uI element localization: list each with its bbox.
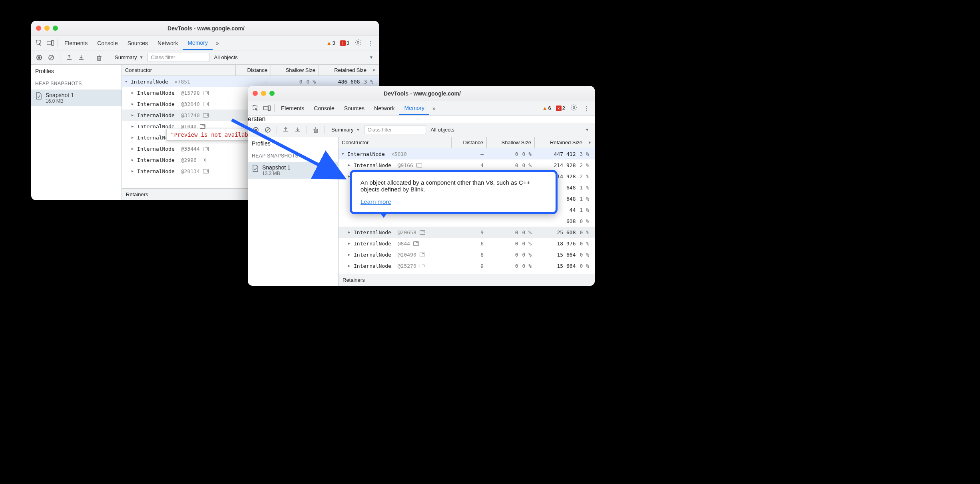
more-tabs-icon[interactable]: » xyxy=(213,40,222,46)
expand-icon[interactable]: ▶ xyxy=(131,91,135,95)
link-icon[interactable] xyxy=(420,230,425,235)
link-icon[interactable] xyxy=(203,113,209,118)
expand-icon[interactable]: ▶ xyxy=(131,135,135,139)
tab-elements[interactable]: Elements xyxy=(276,101,309,115)
col-shallow[interactable]: Shallow Size xyxy=(487,137,535,148)
collect-garbage-icon[interactable] xyxy=(310,124,321,135)
expand-icon[interactable]: ▶ xyxy=(131,124,135,128)
tab-sources[interactable]: Sources xyxy=(123,36,153,50)
col-constructor[interactable]: Constructor xyxy=(122,65,236,76)
expand-icon[interactable]: ▶ xyxy=(131,169,135,173)
tab-memory[interactable]: Memory xyxy=(399,101,429,115)
tab-sources[interactable]: Sources xyxy=(339,101,369,115)
upload-icon[interactable] xyxy=(280,124,291,135)
tab-network[interactable]: Network xyxy=(369,101,399,115)
snapshot-item[interactable]: Snapshot 1 16.0 MB xyxy=(31,90,122,106)
upload-icon[interactable] xyxy=(64,52,75,63)
svg-point-3 xyxy=(357,42,359,44)
clear-icon[interactable] xyxy=(46,52,57,63)
view-select[interactable]: Summary ▼ xyxy=(112,54,147,60)
more-tabs-icon[interactable]: » xyxy=(429,105,439,112)
warning-count[interactable]: ▲ 3 xyxy=(324,40,338,46)
scope-select[interactable]: All objects xyxy=(210,54,242,60)
col-retained[interactable]: Retained Size ▼ xyxy=(535,137,595,148)
profiles-label: Profiles xyxy=(31,65,122,78)
svg-point-17 xyxy=(573,107,575,109)
settings-icon[interactable] xyxy=(568,104,580,112)
scope-select[interactable]: All objects xyxy=(427,127,458,133)
record-icon[interactable] xyxy=(34,52,45,63)
object-row[interactable]: ▶InternalNode @20490800 %15 6640 % xyxy=(339,249,595,260)
download-icon[interactable] xyxy=(76,52,87,63)
tab-console[interactable]: Console xyxy=(309,101,339,115)
record-icon[interactable] xyxy=(250,124,261,135)
device-toggle-icon[interactable] xyxy=(261,106,273,111)
object-row[interactable]: ▶InternalNode @25270900 %15 6640 % xyxy=(339,260,595,271)
link-icon[interactable] xyxy=(420,253,425,257)
collect-garbage-icon[interactable] xyxy=(94,52,105,63)
chevron-down-icon[interactable]: ▼ xyxy=(585,127,592,132)
link-icon[interactable] xyxy=(413,241,419,246)
link-icon[interactable] xyxy=(203,102,209,106)
col-distance[interactable]: Distance xyxy=(236,65,271,76)
tab-elements[interactable]: Elements xyxy=(60,36,92,50)
retainers-section[interactable]: Retainers xyxy=(339,274,595,286)
object-row[interactable]: 6080 % xyxy=(339,215,595,227)
expand-icon[interactable]: ▶ xyxy=(348,264,352,268)
expand-icon[interactable]: ▼ xyxy=(125,80,129,84)
learn-more-link[interactable]: Learn more xyxy=(361,198,391,205)
col-distance[interactable]: Distance xyxy=(452,137,487,148)
menu-icon[interactable]: ⋮ xyxy=(365,40,376,46)
tab-network[interactable]: Network xyxy=(153,36,183,50)
class-filter-input[interactable]: Class filter xyxy=(364,125,426,134)
link-icon[interactable] xyxy=(203,169,209,173)
link-icon[interactable] xyxy=(200,124,205,129)
col-shallow[interactable]: Shallow Size xyxy=(271,65,319,76)
link-icon[interactable] xyxy=(203,147,209,151)
profiles-sidebar: Profiles HEAP SNAPSHOTS Snapshot 1 16.0 … xyxy=(31,65,122,200)
device-toggle-icon[interactable] xyxy=(45,40,56,46)
expand-icon[interactable]: ▶ xyxy=(348,163,352,167)
expand-icon[interactable]: ▶ xyxy=(131,113,135,117)
object-row[interactable]: ▶InternalNode @9166400 %214 9282 % xyxy=(339,159,595,171)
sort-icon: ▼ xyxy=(372,68,376,72)
error-count[interactable]: × 2 xyxy=(554,105,568,111)
object-row[interactable]: ▶InternalNode @844600 %18 9760 % xyxy=(339,238,595,249)
titlebar[interactable]: DevTools - www.google.com/ xyxy=(248,86,595,101)
expand-icon[interactable]: ▼ xyxy=(342,152,346,156)
settings-icon[interactable] xyxy=(352,39,365,47)
warning-count[interactable]: ▲ 6 xyxy=(540,105,554,111)
chevron-down-icon[interactable]: ▼ xyxy=(369,55,376,60)
constructor-group-row[interactable]: ▼InternalNode ×7851 – 00 % 486 6083 % xyxy=(122,76,379,87)
profiles-label: Profiles xyxy=(248,137,338,150)
col-constructor[interactable]: Constructor xyxy=(339,137,452,148)
link-icon[interactable] xyxy=(200,158,205,162)
object-row[interactable]: ▶InternalNode @20658900 %25 6080 % xyxy=(339,227,595,238)
tabstrip: Elements Console Sources Network Memory … xyxy=(248,101,595,116)
expand-icon[interactable]: ▶ xyxy=(131,102,135,106)
expand-icon[interactable]: ▶ xyxy=(131,158,135,162)
clear-icon[interactable] xyxy=(262,124,273,135)
expand-icon[interactable]: ▶ xyxy=(348,253,352,257)
inspect-icon[interactable] xyxy=(250,105,261,112)
expand-icon[interactable]: ▶ xyxy=(131,147,135,151)
col-retained[interactable]: Retained Size ▼ xyxy=(319,65,379,76)
menu-icon[interactable]: ⋮ xyxy=(580,105,592,112)
tab-memory[interactable]: Memory xyxy=(183,36,213,50)
svg-point-19 xyxy=(255,129,257,131)
class-filter-input[interactable]: Class filter xyxy=(147,53,209,62)
error-count[interactable]: ! 3 xyxy=(338,40,352,46)
link-icon[interactable] xyxy=(203,91,209,95)
download-icon[interactable] xyxy=(292,124,303,135)
view-select[interactable]: Summary ▼ xyxy=(328,127,363,133)
link-icon[interactable] xyxy=(416,163,422,167)
inspect-icon[interactable] xyxy=(34,40,45,46)
window-title: DevTools - www.google.com/ xyxy=(255,90,590,97)
constructor-group-row[interactable]: ▼InternalNode ×5010 – 00 % 447 4123 % xyxy=(339,148,595,159)
snapshot-item[interactable]: Snapshot 1 13.3 MB xyxy=(248,162,338,179)
link-icon[interactable] xyxy=(420,264,425,268)
expand-icon[interactable]: ▶ xyxy=(348,230,352,234)
expand-icon[interactable]: ▶ xyxy=(348,241,352,245)
tab-console[interactable]: Console xyxy=(92,36,122,50)
titlebar[interactable]: DevTools - www.google.com/ xyxy=(31,21,379,36)
